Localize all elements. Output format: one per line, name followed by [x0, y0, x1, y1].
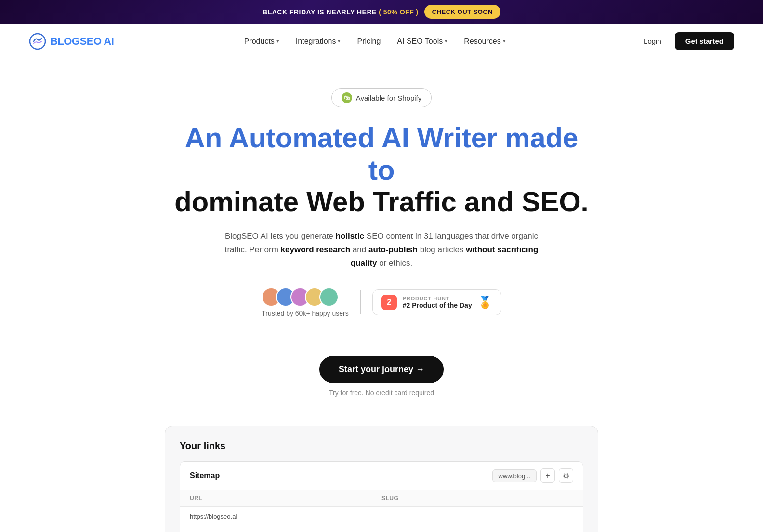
free-text: Try for free. No credit card required	[0, 389, 763, 397]
banner-main-text: BLACK FRIDAY IS NEARLY HERE	[263, 8, 377, 16]
nav-actions: Login Get started	[636, 32, 734, 50]
chevron-down-icon: ▾	[338, 38, 341, 44]
shopify-icon: 🛍	[342, 92, 352, 103]
hero-title-line2: dominate Web Traffic and SEO.	[174, 186, 588, 217]
check-out-soon-button[interactable]: CHECK OUT SOON	[424, 5, 500, 19]
shopify-badge-text: Available for Shopify	[356, 94, 421, 102]
user-avatars-group: Trusted by 60k+ happy users	[262, 287, 348, 317]
logo-text-black: BLOGSEO	[50, 35, 102, 47]
slug-cell	[382, 513, 573, 520]
dashboard-preview: Your links Sitemap www.blog... + ⚙ URL S…	[165, 426, 598, 532]
nav-item-ai-seo-tools[interactable]: AI SEO Tools ▾	[390, 33, 454, 50]
add-sitemap-button[interactable]: +	[540, 468, 555, 483]
pricing-label: Pricing	[357, 37, 381, 46]
social-proof-row: Trusted by 60k+ happy users 2 PRODUCT HU…	[174, 287, 589, 317]
product-hunt-badge[interactable]: 2 PRODUCT HUNT #2 Product of the Day 🏅	[372, 289, 501, 315]
sitemap-title: Sitemap	[190, 471, 220, 480]
product-hunt-title: PRODUCT HUNT	[403, 296, 472, 301]
chevron-down-icon: ▾	[276, 38, 279, 44]
product-hunt-subtitle: #2 Product of the Day	[403, 301, 472, 309]
hero-description: BlogSEO AI lets you generate holistic SE…	[223, 230, 540, 270]
banner-highlight-text: ( 50% OFF )	[379, 8, 419, 16]
avatar	[319, 287, 339, 307]
table-row: https://blogseo.ai	[180, 507, 583, 526]
hero-title-line1: An Automated AI Writer made to	[185, 122, 578, 185]
nav-item-resources[interactable]: Resources ▾	[457, 33, 512, 50]
logo-icon	[29, 33, 46, 50]
vertical-divider	[360, 290, 361, 314]
sitemap-card: Sitemap www.blog... + ⚙ URL Slug https:/…	[180, 461, 583, 532]
top-banner: BLACK FRIDAY IS NEARLY HERE ( 50% OFF ) …	[0, 0, 763, 24]
product-hunt-number: 2	[382, 295, 397, 310]
nav-item-products[interactable]: Products ▾	[237, 33, 286, 50]
medal-icon: 🏅	[478, 296, 492, 309]
table-row: https://blogseo.ai/blog blog	[180, 526, 583, 532]
start-journey-button[interactable]: Start your journey →	[319, 356, 444, 383]
nav-links: Products ▾ Integrations ▾ Pricing AI SEO…	[237, 33, 513, 50]
navbar: BLOGSEO AI Products ▾ Integrations ▾ Pri…	[0, 24, 763, 59]
trusted-users-text: Trusted by 60k+ happy users	[262, 310, 348, 317]
logo[interactable]: BLOGSEO AI	[29, 33, 114, 50]
cta-section: Start your journey → Try for free. No cr…	[0, 356, 763, 397]
svg-point-0	[30, 34, 45, 49]
integrations-label: Integrations	[296, 37, 336, 46]
chevron-down-icon: ▾	[445, 38, 447, 44]
avatars-list	[262, 287, 348, 307]
url-cell: https://blogseo.ai	[190, 513, 382, 520]
slug-column-header: Slug	[382, 495, 573, 502]
table-header: URL Slug	[180, 490, 583, 507]
dashboard-section: Your links Sitemap www.blog... + ⚙ URL S…	[117, 426, 646, 532]
sitemap-controls: www.blog... + ⚙	[492, 468, 573, 483]
logo-text: BLOGSEO AI	[50, 35, 114, 48]
banner-text: BLACK FRIDAY IS NEARLY HERE ( 50% OFF )	[263, 8, 419, 16]
settings-sitemap-button[interactable]: ⚙	[559, 468, 573, 483]
dashboard-section-title: Your links	[180, 441, 583, 452]
nav-item-pricing[interactable]: Pricing	[350, 33, 387, 50]
products-label: Products	[244, 37, 275, 46]
shopify-badge[interactable]: 🛍 Available for Shopify	[331, 88, 432, 107]
hero-title: An Automated AI Writer made to dominate …	[174, 122, 589, 218]
resources-label: Resources	[464, 37, 500, 46]
ai-seo-tools-label: AI SEO Tools	[397, 37, 443, 46]
get-started-button[interactable]: Get started	[675, 32, 734, 50]
url-column-header: URL	[190, 495, 382, 502]
chevron-down-icon: ▾	[503, 38, 506, 44]
logo-text-colored: AI	[102, 35, 114, 47]
nav-item-integrations[interactable]: Integrations ▾	[289, 33, 348, 50]
sitemap-header: Sitemap www.blog... + ⚙	[180, 462, 583, 490]
product-hunt-info: PRODUCT HUNT #2 Product of the Day	[403, 296, 472, 309]
hero-section: 🛍 Available for Shopify An Automated AI …	[165, 59, 598, 356]
sitemap-url-display: www.blog...	[492, 469, 537, 482]
login-button[interactable]: Login	[636, 33, 669, 49]
